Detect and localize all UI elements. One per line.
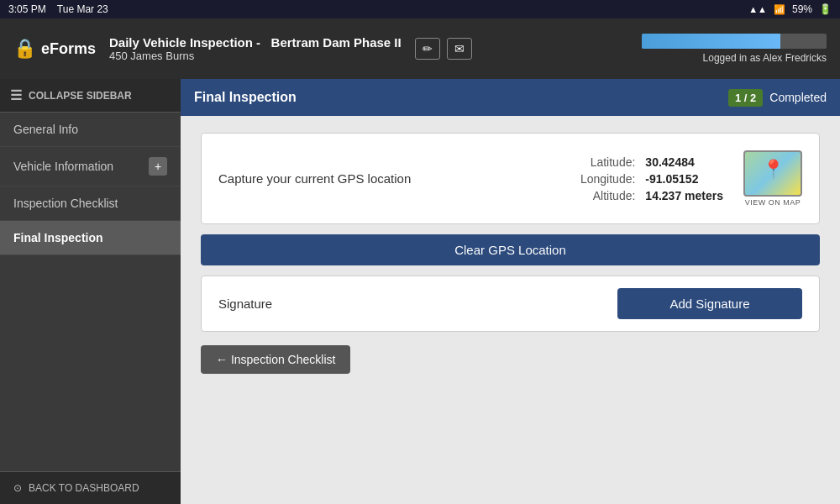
mail-button[interactable]: ✉: [447, 38, 472, 60]
signature-section: Signature Add Signature: [201, 276, 820, 332]
gps-longitude-row: Longitude: -91.05152: [568, 172, 723, 186]
progress-bar: [642, 34, 827, 49]
gps-altitude-row: Altitude: 14.237 meters: [568, 189, 723, 202]
logged-in-label: Logged in as Alex Fredricks: [703, 52, 827, 64]
sidebar-item-general-info[interactable]: General Info: [0, 113, 181, 147]
back-to-dashboard-label: BACK TO DASHBOARD: [29, 482, 139, 494]
main-title: Daily Vehicle Inspection - Bertram Dam P…: [109, 35, 402, 50]
body-container: ☰ COLLAPSE SIDEBAR General Info Vehicle …: [0, 79, 840, 504]
view-on-map-button[interactable]: 📍 VIEW ON MAP: [743, 150, 802, 207]
header-actions: ✏ ✉: [415, 38, 472, 60]
sidebar-item-vehicle-information[interactable]: Vehicle Information +: [0, 147, 181, 186]
status-right: ▲▲ 📶 59% 🔋: [748, 3, 832, 15]
vehicle-info-add-button[interactable]: +: [149, 157, 167, 176]
gps-data: Latitude: 30.42484 Longitude: -91.05152 …: [568, 155, 723, 202]
section-status: 1 / 2 Completed: [728, 89, 827, 107]
sidebar: ☰ COLLAPSE SIDEBAR General Info Vehicle …: [0, 79, 181, 504]
wifi-icon: ▲▲: [748, 4, 767, 14]
longitude-value: -91.05152: [645, 172, 698, 186]
gps-section: Capture your current GPS location Latitu…: [201, 133, 820, 224]
header: 🔒 eForms Daily Vehicle Inspection - Bert…: [0, 18, 840, 79]
nav-buttons: ← Inspection Checklist: [201, 345, 820, 374]
status-badge: Completed: [769, 91, 827, 104]
map-thumbnail: 📍: [743, 150, 802, 197]
section-title: Final Inspection: [194, 90, 297, 105]
lock-icon: 🔒: [13, 38, 36, 60]
progress-bar-fill: [642, 34, 780, 49]
status-time: 3:05 PM Tue Mar 23: [8, 3, 108, 15]
altitude-value: 14.237 meters: [645, 189, 723, 202]
gps-latitude-row: Latitude: 30.42484: [568, 155, 723, 169]
map-pin-icon: 📍: [762, 159, 785, 181]
header-title: Daily Vehicle Inspection - Bertram Dam P…: [109, 35, 402, 62]
signal-icon: 📶: [774, 4, 785, 15]
sidebar-item-inspection-checklist[interactable]: Inspection Checklist: [0, 186, 181, 221]
sidebar-item-final-inspection[interactable]: Final Inspection: [0, 221, 181, 255]
eforms-logo: 🔒 eForms: [13, 38, 96, 60]
subtitle: 450 James Burns: [109, 50, 402, 62]
sidebar-nav: General Info Vehicle Information + Inspe…: [0, 113, 181, 471]
header-left: 🔒 eForms Daily Vehicle Inspection - Bert…: [13, 35, 472, 62]
add-signature-button[interactable]: Add Signature: [617, 288, 802, 319]
view-on-map-label: VIEW ON MAP: [745, 198, 801, 207]
logo-text: eForms: [41, 40, 96, 58]
hamburger-icon: ☰: [10, 87, 22, 103]
main-content: Final Inspection 1 / 2 Completed Capture…: [181, 79, 840, 504]
longitude-key: Longitude:: [568, 172, 635, 186]
header-right: Logged in as Alex Fredricks: [642, 34, 827, 64]
back-to-dashboard-button[interactable]: ⊙ BACK TO DASHBOARD: [0, 471, 181, 504]
collapse-label: COLLAPSE SIDEBAR: [29, 90, 132, 102]
clear-gps-button[interactable]: Clear GPS Location: [201, 234, 820, 265]
back-to-inspection-checklist-button[interactable]: ← Inspection Checklist: [201, 345, 350, 374]
section-header: Final Inspection 1 / 2 Completed: [181, 79, 840, 116]
gps-label: Capture your current GPS location: [218, 171, 548, 186]
status-bar: 3:05 PM Tue Mar 23 ▲▲ 📶 59% 🔋: [0, 0, 840, 18]
dashboard-icon: ⊙: [13, 482, 22, 494]
latitude-value: 30.42484: [645, 155, 694, 169]
battery-icon: 🔋: [819, 3, 832, 15]
battery-percentage: 59%: [792, 3, 812, 15]
content-area: Capture your current GPS location Latitu…: [181, 116, 840, 504]
collapse-sidebar-button[interactable]: ☰ COLLAPSE SIDEBAR: [0, 79, 181, 113]
app-container: 3:05 PM Tue Mar 23 ▲▲ 📶 59% 🔋 🔒 eForms D…: [0, 0, 840, 504]
date: Tue Mar 23: [57, 3, 108, 15]
page-indicator: 1 / 2: [728, 89, 763, 107]
latitude-key: Latitude:: [568, 155, 635, 169]
edit-button[interactable]: ✏: [415, 38, 440, 60]
signature-label: Signature: [218, 297, 272, 311]
time: 3:05 PM: [8, 3, 46, 15]
altitude-key: Altitude:: [568, 189, 635, 202]
